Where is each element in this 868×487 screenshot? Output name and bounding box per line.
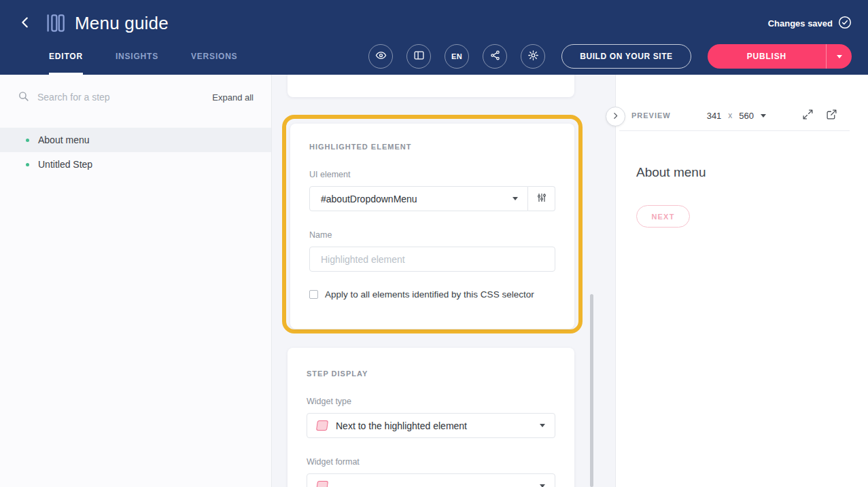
preview-size-selector[interactable]: 341 x 560 bbox=[707, 111, 766, 121]
preview-panel: PREVIEW 341 x 560 About menu bbox=[615, 75, 868, 487]
tab-versions[interactable]: VERSIONS bbox=[191, 38, 237, 75]
element-name-input[interactable] bbox=[309, 247, 555, 272]
widget-format-select[interactable] bbox=[307, 473, 555, 487]
step-item-label: About menu bbox=[38, 134, 90, 145]
ui-element-row: #aboutDropdownMenu bbox=[309, 186, 555, 211]
chevron-right-icon bbox=[611, 111, 620, 122]
apply-to-all-checkbox[interactable] bbox=[309, 290, 318, 299]
step-item-about-menu[interactable]: About menu bbox=[0, 128, 271, 152]
expand-all-link[interactable]: Expand all bbox=[212, 92, 254, 103]
header-actions: EN BUILD ON YOUR SITE PUBLISH bbox=[355, 38, 852, 75]
step-display-card: STEP DISPLAY Widget type Next to the hig… bbox=[288, 348, 574, 487]
search-input[interactable] bbox=[37, 92, 204, 103]
section-title-step-display: STEP DISPLAY bbox=[307, 369, 555, 378]
widget-type-label: Widget type bbox=[307, 397, 555, 406]
ui-element-select[interactable]: #aboutDropdownMenu bbox=[309, 186, 528, 211]
preview-next-button[interactable]: NEXT bbox=[636, 205, 690, 228]
apply-to-all-label: Apply to all elements identified by this… bbox=[325, 289, 534, 300]
chevron-down-icon bbox=[540, 484, 545, 487]
language-button[interactable]: EN bbox=[445, 44, 469, 69]
steps-sidebar: Expand all About menu Untitled Step bbox=[0, 75, 272, 487]
tab-insights[interactable]: INSIGHTS bbox=[116, 38, 158, 75]
chevron-left-icon bbox=[18, 15, 33, 32]
publish-dropdown-button[interactable] bbox=[826, 44, 852, 69]
canvas-scrollbar-thumb[interactable] bbox=[590, 294, 593, 487]
collapse-panel-button[interactable] bbox=[606, 107, 625, 126]
widget-format-label: Widget format bbox=[307, 457, 555, 467]
chevron-down-icon bbox=[540, 424, 545, 427]
save-status: Changes saved bbox=[768, 16, 852, 31]
ui-element-select-value: #aboutDropdownMenu bbox=[321, 194, 513, 204]
share-icon bbox=[489, 50, 501, 63]
layout-button[interactable] bbox=[406, 44, 431, 69]
preview-title: PREVIEW bbox=[631, 111, 671, 120]
step-item-untitled-step[interactable]: Untitled Step bbox=[0, 152, 271, 177]
page-title: Menu guide bbox=[75, 13, 169, 34]
section-title-highlighted-element: HIGHLIGHTED ELEMENT bbox=[309, 143, 555, 151]
name-label: Name bbox=[309, 230, 555, 240]
preview-body: About menu NEXT bbox=[616, 131, 868, 228]
guide-type-icon bbox=[45, 13, 65, 33]
step-item-label: Untitled Step bbox=[38, 159, 92, 170]
maximize-icon[interactable] bbox=[802, 109, 814, 123]
open-external-icon[interactable] bbox=[826, 109, 837, 123]
top-header: Menu guide Changes saved EDITOR INSIGHTS… bbox=[0, 0, 868, 75]
content-area: Expand all About menu Untitled Step HIGH… bbox=[0, 75, 868, 487]
build-on-your-site-button[interactable]: BUILD ON YOUR SITE bbox=[561, 44, 691, 69]
save-status-label: Changes saved bbox=[768, 18, 833, 29]
publish-button[interactable]: PUBLISH bbox=[708, 44, 826, 69]
back-button[interactable] bbox=[18, 15, 33, 32]
sliders-icon bbox=[536, 192, 547, 205]
preview-height-value: 560 bbox=[739, 111, 754, 121]
settings-button[interactable] bbox=[521, 44, 545, 69]
header-title-row: Menu guide Changes saved bbox=[0, 0, 868, 38]
widget-type-select[interactable]: Next to the highlighted element bbox=[307, 413, 555, 438]
preview-width-value: 341 bbox=[707, 111, 722, 121]
check-circle-icon bbox=[838, 16, 852, 31]
step-list: About menu Untitled Step bbox=[0, 128, 271, 177]
search-icon bbox=[18, 90, 29, 105]
chevron-down-icon bbox=[761, 114, 766, 118]
header-nav-row: EDITOR INSIGHTS VERSIONS EN bbox=[0, 38, 868, 75]
card-partial-top bbox=[288, 75, 574, 97]
apply-to-all-row[interactable]: Apply to all elements identified by this… bbox=[309, 289, 555, 300]
chevron-down-icon bbox=[513, 197, 518, 200]
header-tabs: EDITOR INSIGHTS VERSIONS bbox=[49, 38, 237, 75]
preview-eye-button[interactable] bbox=[368, 44, 393, 69]
ui-element-label: UI element bbox=[309, 170, 555, 179]
step-search-row: Expand all bbox=[0, 75, 271, 120]
chevron-down-icon bbox=[837, 55, 842, 58]
widget-shape-icon bbox=[316, 481, 328, 487]
share-button[interactable] bbox=[483, 44, 507, 69]
step-editor-canvas: HIGHLIGHTED ELEMENT UI element #aboutDro… bbox=[272, 75, 615, 487]
widget-type-select-value: Next to the highlighted element bbox=[336, 420, 532, 431]
highlighted-element-card: HIGHLIGHTED ELEMENT UI element #aboutDro… bbox=[290, 124, 574, 329]
selector-settings-button[interactable] bbox=[528, 186, 555, 211]
layout-icon bbox=[413, 50, 425, 63]
publish-button-group: PUBLISH bbox=[708, 44, 852, 69]
preview-step-title: About menu bbox=[636, 165, 848, 180]
gear-icon bbox=[527, 50, 539, 63]
app: Menu guide Changes saved EDITOR INSIGHTS… bbox=[0, 0, 868, 487]
step-status-dot bbox=[26, 163, 29, 166]
preview-toolbar-icons bbox=[802, 109, 837, 123]
preview-size-separator: x bbox=[728, 111, 732, 120]
preview-toolbar: PREVIEW 341 x 560 bbox=[619, 101, 850, 131]
eye-icon bbox=[375, 50, 387, 63]
step-status-dot bbox=[26, 139, 29, 142]
highlight-ring: HIGHLIGHTED ELEMENT UI element #aboutDro… bbox=[282, 115, 583, 333]
widget-shape-icon bbox=[316, 420, 328, 431]
tab-editor[interactable]: EDITOR bbox=[49, 38, 83, 75]
